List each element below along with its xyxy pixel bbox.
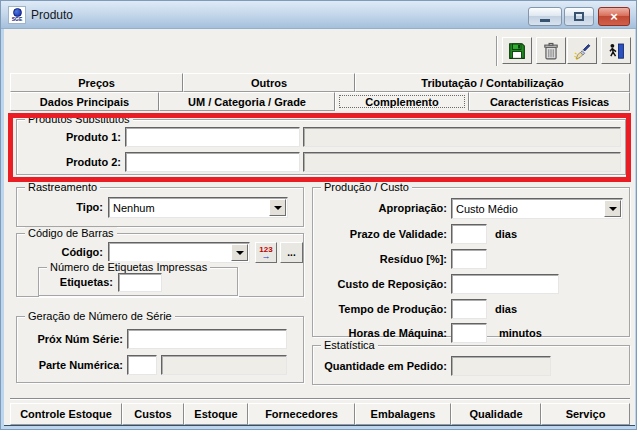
maximize-icon bbox=[574, 12, 584, 21]
bottom-tab-bar: Controle Estoque Custos Estoque Forneced… bbox=[10, 403, 630, 425]
tab-caracteristicas-fisicas[interactable]: Características Físicas bbox=[469, 92, 630, 111]
apropriacao-combobox[interactable]: Custo Médio bbox=[451, 198, 623, 219]
clean-button[interactable] bbox=[567, 37, 597, 64]
quantidade-pedido-field bbox=[451, 356, 551, 376]
sge-app-icon: SGE bbox=[8, 6, 26, 24]
residuo-field-wrap bbox=[451, 249, 487, 269]
tipo-value: Nenhum bbox=[109, 202, 268, 214]
tab-embalagens[interactable]: Embalagens bbox=[355, 403, 451, 425]
apropriacao-value: Custo Médio bbox=[452, 203, 603, 215]
group-estatistica: Estatística Quantidade em Pedido: bbox=[312, 345, 630, 385]
produto2-input[interactable] bbox=[126, 154, 299, 172]
tab-custos[interactable]: Custos bbox=[122, 403, 184, 425]
apropriacao-label: Apropriação: bbox=[319, 202, 447, 215]
generate-barcode-button[interactable]: 123 → bbox=[255, 242, 277, 263]
close-button[interactable]: × bbox=[598, 7, 630, 26]
group-geracao-numero-serie: Geração de Número de Série Próx Núm Séri… bbox=[16, 316, 304, 383]
prazo-validade-field-wrap bbox=[451, 224, 487, 244]
codigo-dropdown-button[interactable] bbox=[231, 244, 248, 261]
tab-label: Embalagens bbox=[371, 408, 436, 420]
tab-servico[interactable]: Serviço bbox=[541, 403, 630, 425]
titlebar: SGE Produto × bbox=[1, 1, 636, 29]
prazo-validade-input[interactable] bbox=[452, 226, 486, 244]
tab-estoque[interactable]: Estoque bbox=[184, 403, 248, 425]
group-title: Número de Etiquetas Impressas bbox=[47, 261, 210, 273]
bottom-separator bbox=[10, 398, 630, 400]
produto1-code-field-wrap bbox=[125, 127, 300, 147]
produto1-description-field bbox=[303, 127, 621, 147]
group-producao-custo: Produção / Custo Apropriação: Custo Médi… bbox=[312, 187, 630, 337]
custo-reposicao-input[interactable] bbox=[452, 276, 558, 294]
trash-icon bbox=[542, 42, 560, 60]
produto2-code-field-wrap bbox=[125, 152, 300, 172]
tab-label: Fornecedores bbox=[265, 408, 338, 420]
etiquetas-input[interactable] bbox=[119, 276, 161, 293]
tipo-combobox[interactable]: Nenhum bbox=[108, 197, 288, 218]
horas-maquina-field-wrap bbox=[451, 323, 487, 343]
tab-fornecedores[interactable]: Fornecedores bbox=[248, 403, 355, 425]
tempo-unit-label: dias bbox=[495, 303, 517, 315]
tab-label: Tributação / Contabilização bbox=[421, 77, 563, 89]
tab-dados-principais[interactable]: Dados Principais bbox=[10, 92, 159, 111]
tab-um-categoria-grade[interactable]: UM / Categoria / Grade bbox=[159, 92, 335, 111]
prox-num-serie-input[interactable] bbox=[128, 331, 286, 349]
save-button[interactable] bbox=[502, 37, 532, 64]
horas-maquina-input[interactable] bbox=[452, 325, 486, 343]
parte-numerica-label: Parte Numérica: bbox=[19, 359, 123, 372]
prazo-unit-label: dias bbox=[495, 228, 517, 240]
generate-123-icon: 123 → bbox=[259, 246, 272, 260]
ellipsis-icon: ... bbox=[287, 247, 295, 258]
produto2-description-field bbox=[303, 152, 621, 172]
sge-text: SGE bbox=[12, 17, 23, 22]
tab-label: Características Físicas bbox=[490, 96, 609, 108]
group-codigo-de-barras: Código de Barras Código: 123 → ... Númer… bbox=[16, 233, 304, 297]
tab-label: Estoque bbox=[194, 408, 237, 420]
tempo-producao-label: Tempo de Produção: bbox=[319, 303, 447, 316]
tab-tributacao-contabilizacao[interactable]: Tributação / Contabilização bbox=[355, 73, 630, 92]
close-icon: × bbox=[610, 10, 618, 23]
group-numero-etiquetas: Número de Etiquetas Impressas Etiquetas: bbox=[38, 267, 238, 296]
group-title: Estatística bbox=[321, 339, 378, 351]
tab-controle-estoque[interactable]: Controle Estoque bbox=[10, 403, 122, 425]
etiquetas-field-wrap bbox=[118, 273, 162, 292]
tipo-dropdown-button[interactable] bbox=[269, 199, 286, 216]
group-produtos-substitutos: Produtos Substitutos Produto 1: Produto … bbox=[16, 119, 626, 175]
tab-qualidade[interactable]: Qualidade bbox=[451, 403, 541, 425]
residuo-label: Resíduo [%]: bbox=[319, 253, 447, 266]
tab-complemento[interactable]: Complemento bbox=[335, 92, 469, 111]
residuo-input[interactable] bbox=[452, 251, 486, 269]
prox-num-serie-field-wrap bbox=[127, 329, 287, 349]
apropriacao-dropdown-button[interactable] bbox=[604, 200, 621, 217]
tab-outros[interactable]: Outros bbox=[183, 73, 355, 92]
maximize-button[interactable] bbox=[564, 7, 594, 26]
produto2-label: Produto 2: bbox=[21, 156, 121, 169]
tempo-producao-input[interactable] bbox=[452, 301, 486, 319]
exit-door-icon bbox=[607, 42, 625, 60]
tab-precos[interactable]: Preços bbox=[10, 73, 183, 92]
browse-barcode-button[interactable]: ... bbox=[280, 242, 303, 263]
group-title: Código de Barras bbox=[25, 227, 117, 239]
delete-button[interactable] bbox=[536, 37, 566, 64]
tab-label: Custos bbox=[134, 408, 171, 420]
toolbar-separator bbox=[496, 36, 498, 66]
produto1-label: Produto 1: bbox=[21, 131, 121, 144]
group-rastreamento: Rastreamento Tipo: Nenhum bbox=[16, 187, 304, 227]
window-title: Produto bbox=[31, 8, 73, 22]
minimize-button[interactable] bbox=[528, 7, 562, 26]
chevron-down-icon bbox=[609, 207, 617, 211]
group-title: Produtos Substitutos bbox=[25, 113, 133, 125]
group-title: Produção / Custo bbox=[321, 181, 412, 193]
custo-reposicao-label: Custo de Reposição: bbox=[319, 278, 447, 291]
produto1-input[interactable] bbox=[126, 129, 299, 147]
produto-window: SGE Produto × bbox=[0, 0, 637, 430]
chevron-down-icon bbox=[236, 251, 244, 255]
parte-numerica-input[interactable] bbox=[128, 357, 156, 375]
tipo-label: Tipo: bbox=[21, 201, 103, 214]
client-area: Preços Outros Tributação / Contabilizaçã… bbox=[4, 29, 635, 426]
brush-icon bbox=[573, 42, 591, 60]
window-controls: × bbox=[528, 7, 630, 26]
custo-reposicao-field-wrap bbox=[451, 274, 559, 294]
exit-button[interactable] bbox=[601, 37, 631, 64]
group-title: Rastreamento bbox=[25, 181, 100, 193]
codigo-combobox[interactable] bbox=[108, 242, 250, 263]
